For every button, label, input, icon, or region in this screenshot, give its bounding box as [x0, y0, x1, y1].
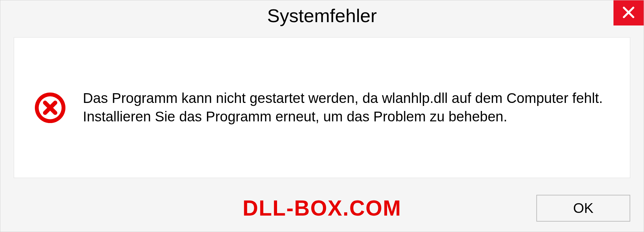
- close-button[interactable]: [613, 0, 644, 25]
- error-dialog: Systemfehler Das Programm kann nicht ges…: [0, 0, 644, 232]
- error-message: Das Programm kann nicht gestartet werden…: [83, 89, 610, 126]
- message-panel: Das Programm kann nicht gestartet werden…: [14, 37, 630, 178]
- ok-button[interactable]: OK: [536, 195, 630, 222]
- dialog-title: Systemfehler: [267, 5, 377, 26]
- dialog-footer: DLL-BOX.COM OK: [0, 185, 644, 232]
- dialog-body: Das Programm kann nicht gestartet werden…: [0, 31, 644, 185]
- close-icon: [622, 6, 635, 20]
- error-icon: [34, 92, 66, 124]
- watermark-text: DLL-BOX.COM: [243, 196, 401, 221]
- titlebar: Systemfehler: [0, 0, 644, 31]
